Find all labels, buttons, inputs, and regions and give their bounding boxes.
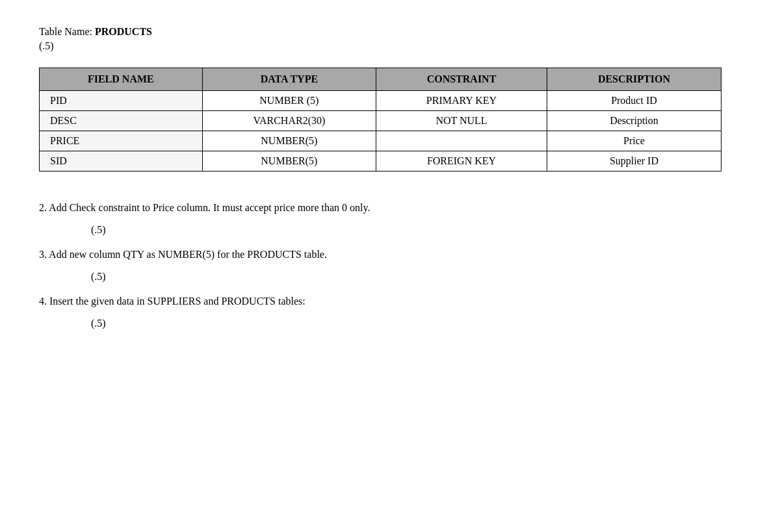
row3-description: Price <box>547 131 721 151</box>
instruction-2: 2. Add Check constraint to Price column.… <box>39 197 741 218</box>
row2-description: Description <box>547 111 721 131</box>
table-name-value: PRODUCTS <box>95 26 152 37</box>
row1-datatype: NUMBER (5) <box>202 91 376 111</box>
row1-constraint: PRIMARY KEY <box>376 91 547 111</box>
table-row: DESC VARCHAR2(30) NOT NULL Description <box>40 111 722 131</box>
table-row: PRICE NUMBER(5) Price <box>40 131 722 151</box>
instruction-4: 4. Insert the given data in SUPPLIERS an… <box>39 291 741 312</box>
table-row: PID NUMBER (5) PRIMARY KEY Product ID <box>40 91 722 111</box>
instruction-3-points: (.5) <box>91 266 741 287</box>
col-data-type: DATA TYPE <box>202 68 376 91</box>
row3-field: PRICE <box>40 131 203 151</box>
col-description: DESCRIPTION <box>547 68 721 91</box>
col-field-name: FIELD NAME <box>40 68 203 91</box>
row1-description: Product ID <box>547 91 721 111</box>
instructions-section: 2. Add Check constraint to Price column.… <box>39 197 741 334</box>
row1-field: PID <box>40 91 203 111</box>
table-header-row: FIELD NAME DATA TYPE CONSTRAINT DESCRIPT… <box>40 68 722 91</box>
table-name-line: Table Name: PRODUCTS <box>39 26 741 38</box>
row4-description: Supplier ID <box>547 151 721 171</box>
row4-datatype: NUMBER(5) <box>202 151 376 171</box>
row4-constraint: FOREIGN KEY <box>376 151 547 171</box>
row3-datatype: NUMBER(5) <box>202 131 376 151</box>
header-points: (.5) <box>39 40 741 52</box>
page-content: Table Name: PRODUCTS (.5) FIELD NAME DAT… <box>39 26 741 334</box>
col-constraint: CONSTRAINT <box>376 68 547 91</box>
products-table: FIELD NAME DATA TYPE CONSTRAINT DESCRIPT… <box>39 68 722 171</box>
row4-field: SID <box>40 151 203 171</box>
row2-datatype: VARCHAR2(30) <box>202 111 376 131</box>
row3-constraint <box>376 131 547 151</box>
row2-constraint: NOT NULL <box>376 111 547 131</box>
instruction-2-points: (.5) <box>91 220 741 240</box>
table-row: SID NUMBER(5) FOREIGN KEY Supplier ID <box>40 151 722 171</box>
row2-field: DESC <box>40 111 203 131</box>
instruction-4-points: (.5) <box>91 313 741 334</box>
instruction-3: 3. Add new column QTY as NUMBER(5) for t… <box>39 244 741 265</box>
